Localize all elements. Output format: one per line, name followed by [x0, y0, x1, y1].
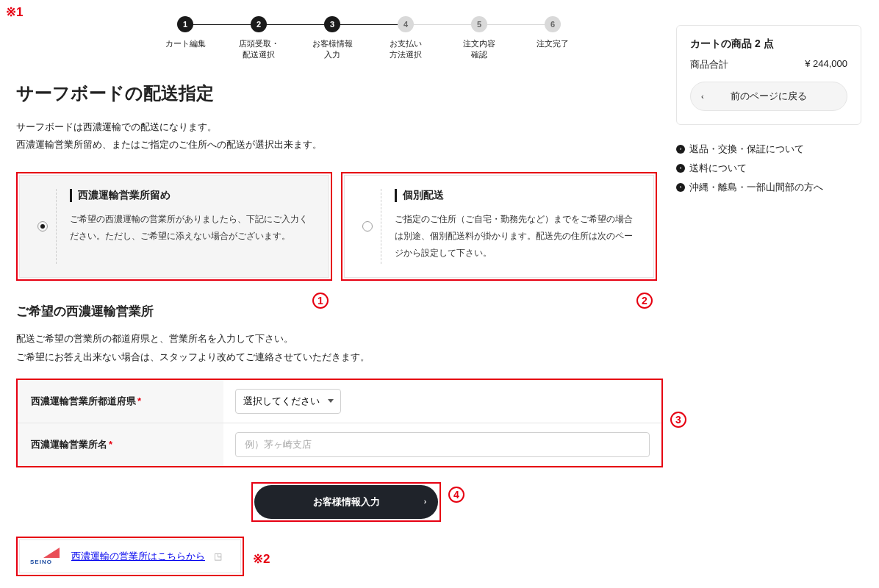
option-individual-delivery[interactable]: 個別配送 ご指定のご住所（ご自宅・勤務先など）までをご希望の場合は別途、個別配送…	[341, 172, 657, 281]
step-1: 1 カート編集	[148, 16, 222, 49]
step-dot: 3	[324, 16, 340, 32]
sublead-line: 配送ご希望の営業所の都道府県と、営業所名を入力して下さい。	[16, 333, 293, 344]
submit-button-annot-frame: お客様情報入力 ›	[251, 482, 441, 522]
lead-text: サーフボードは西濃運輸での配送になります。 西濃運輸営業所留め、またはご指定のご…	[16, 118, 663, 154]
label-text: 西濃運輸営業所名	[31, 439, 107, 450]
form-label: 西濃運輸営業所名*	[18, 423, 223, 466]
step-label: お支払い 方法選択	[390, 38, 422, 61]
step-dot: 1	[177, 16, 193, 32]
office-name-input[interactable]	[235, 432, 650, 457]
form-row-prefecture: 西濃運輸営業所都道府県* 選択してください	[18, 380, 661, 423]
cart-row-label: 商品合計	[690, 58, 728, 71]
option-desc: ご指定のご住所（ご自宅・勤務先など）までをご希望の場合は別途、個別配送料が掛かり…	[395, 211, 640, 261]
step-5: 5 注文内容 確認	[442, 16, 516, 61]
step-label: カート編集	[165, 38, 206, 49]
arrow-circle-icon: ›	[676, 164, 685, 173]
step-4: 4 お支払い 方法選択	[369, 16, 442, 61]
radio-column	[354, 189, 381, 264]
back-button[interactable]: ‹ 前のページに戻る	[690, 82, 847, 111]
required-mark: *	[109, 439, 112, 450]
option-title: 個別配送	[395, 189, 640, 202]
checkout-stepper: 1 カート編集 2 店頭受取・ 配送選択 3 お客様情報 入力 4 お支払い 方…	[104, 16, 634, 61]
lead-line: 西濃運輸営業所留め、またはご指定のご住所への配送が選択出来ます。	[16, 139, 322, 150]
sidebar-links: ›返品・交換・保証について ›送料について ›沖縄・離島・一部山間部の方へ	[676, 140, 861, 197]
delivery-options: 西濃運輸営業所留め ご希望の西濃運輸の営業所がありましたら、下記にご入力ください…	[16, 172, 663, 281]
page-title: サーフボードの配送指定	[16, 82, 663, 105]
annotation-circle-2: 2	[636, 293, 653, 309]
chevron-left-icon: ‹	[701, 92, 704, 101]
annotation-circle-4: 4	[448, 487, 464, 503]
annotation-note-2: ※2	[253, 551, 270, 567]
step-label: 注文完了	[537, 38, 569, 49]
required-mark: *	[137, 395, 141, 406]
step-dot: 6	[545, 16, 561, 32]
link-shipping[interactable]: ›送料について	[676, 159, 861, 178]
sidebar: カートの商品 2 点 商品合計 ¥ 244,000 ‹ 前のページに戻る ›返品…	[676, 25, 861, 197]
external-link-annot-frame: SEINO 西濃運輸の営業所はこちらから ◳	[16, 537, 244, 576]
section-title: ご希望の西濃運輸営業所	[16, 303, 663, 320]
step-3: 3 お客様情報 入力	[295, 16, 369, 61]
section-lead: 配送ご希望の営業所の都道府県と、営業所名を入力して下さい。 ご希望にお答え出来な…	[16, 330, 663, 366]
cart-row-value: ¥ 244,000	[805, 58, 847, 71]
office-form: 西濃運輸営業所都道府県* 選択してください 西濃運輸営業所名*	[16, 379, 663, 467]
cart-row: 商品合計 ¥ 244,000	[690, 58, 847, 71]
submit-label: お客様情報入力	[313, 495, 380, 509]
main-column: 1 カート編集 2 店頭受取・ 配送選択 3 お客様情報 入力 4 お支払い 方…	[16, 16, 663, 576]
link-text: 沖縄・離島・一部山間部の方へ	[689, 178, 823, 197]
external-link-icon: ◳	[214, 551, 222, 562]
step-label: 店頭受取・ 配送選択	[239, 38, 279, 61]
link-returns[interactable]: ›返品・交換・保証について	[676, 140, 861, 159]
arrow-circle-icon: ›	[676, 183, 685, 192]
step-dot: 4	[398, 16, 414, 32]
radio-icon[interactable]	[362, 221, 373, 232]
option-office-pickup[interactable]: 西濃運輸営業所留め ご希望の西濃運輸の営業所がありましたら、下記にご入力ください…	[16, 172, 332, 281]
step-dot: 2	[251, 16, 267, 32]
seino-offices-link[interactable]: SEINO 西濃運輸の営業所はこちらから ◳	[19, 539, 241, 573]
form-row-office-name: 西濃運輸営業所名*	[18, 423, 661, 466]
link-text: 送料について	[689, 159, 747, 178]
chevron-right-icon: ›	[424, 498, 426, 506]
label-text: 西濃運輸営業所都道府県	[31, 395, 136, 406]
step-dot: 5	[471, 16, 487, 32]
link-remote-areas[interactable]: ›沖縄・離島・一部山間部の方へ	[676, 178, 861, 197]
cart-summary-box: カートの商品 2 点 商品合計 ¥ 244,000 ‹ 前のページに戻る	[676, 25, 861, 125]
prefecture-select[interactable]: 選択してください	[235, 389, 341, 414]
form-label: 西濃運輸営業所都道府県*	[18, 380, 223, 423]
option-title: 西濃運輸営業所留め	[70, 189, 315, 202]
lead-line: サーフボードは西濃運輸での配送になります。	[16, 121, 217, 132]
select-wrap: 選択してください	[235, 389, 341, 414]
step-6: 6 注文完了	[516, 16, 589, 49]
radio-column	[29, 189, 57, 264]
link-text: 返品・交換・保証について	[689, 140, 804, 159]
annotation-circle-1: 1	[312, 293, 329, 309]
seino-logo-icon: SEINO	[30, 548, 62, 565]
step-label: 注文内容 確認	[463, 38, 495, 61]
radio-icon[interactable]	[37, 221, 48, 232]
option-desc: ご希望の西濃運輸の営業所がありましたら、下記にご入力ください。ただし、ご希望に添…	[70, 211, 315, 245]
submit-button[interactable]: お客様情報入力 ›	[254, 485, 438, 519]
back-label: 前のページに戻る	[731, 90, 807, 103]
arrow-circle-icon: ›	[676, 145, 685, 154]
annotation-circle-3: 3	[670, 412, 686, 428]
cart-title: カートの商品 2 点	[690, 37, 847, 51]
step-label: お客様情報 入力	[312, 38, 353, 61]
sublead-line: ご希望にお答え出来ない場合は、スタッフより改めてご連絡させていただきます。	[16, 351, 370, 362]
external-link-text: 西濃運輸の営業所はこちらから	[71, 550, 205, 563]
seino-logo-text: SEINO	[30, 559, 52, 565]
step-2: 2 店頭受取・ 配送選択	[222, 16, 295, 61]
